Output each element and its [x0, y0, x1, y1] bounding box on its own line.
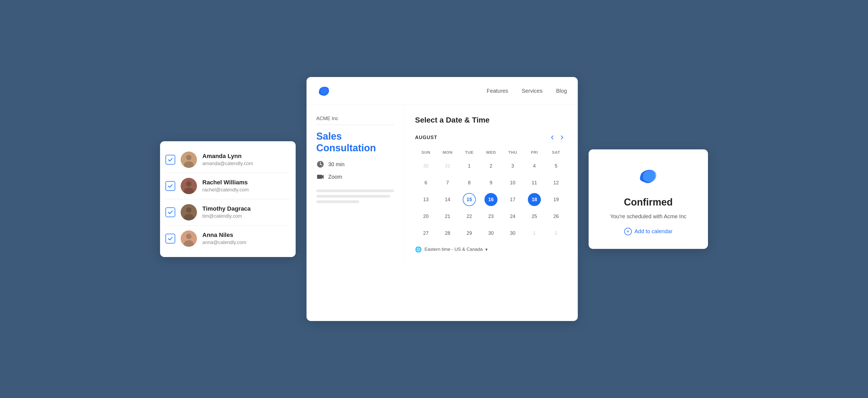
contact-email-2: rachel@calendly.com — [203, 187, 249, 193]
prev-month-button[interactable] — [547, 133, 557, 142]
confirmed-title: Confirmed — [624, 197, 673, 208]
add-to-calendar-button[interactable]: + Add to calendar — [624, 228, 673, 235]
cal-day-2-5[interactable]: 18 — [528, 193, 541, 206]
confirmed-panel: Confirmed You're scheduled with Acme Inc… — [589, 150, 708, 249]
nav-blog[interactable]: Blog — [556, 88, 567, 94]
cal-day-2-1[interactable]: 14 — [441, 193, 454, 206]
event-meta: 30 min Zoom — [316, 160, 394, 181]
contact-name-3: Timothy Dagraca — [203, 205, 251, 212]
cal-day-3-4[interactable]: 24 — [506, 210, 519, 223]
header-sun: SUN — [415, 148, 437, 157]
cal-day-0-2[interactable]: 1 — [463, 159, 476, 172]
timezone-selector[interactable]: 🌐 Eastern time - US & Canada ▾ — [415, 246, 567, 253]
cal-day-4-5: 1 — [528, 227, 541, 240]
scene: Amanda Lynn amanda@calendly.com Rachel W… — [54, 77, 814, 321]
svg-marker-19 — [322, 175, 324, 179]
timezone-label: Eastern time - US & Canada — [425, 247, 483, 252]
main-body: ACME Inc Sales Consultation — [307, 105, 578, 261]
platform-meta: Zoom — [316, 173, 394, 181]
cal-day-4-2[interactable]: 29 — [463, 227, 476, 240]
duration-meta: 30 min — [316, 160, 394, 168]
cal-day-0-1: 31 — [441, 159, 454, 172]
cal-day-4-0[interactable]: 27 — [420, 227, 432, 240]
cal-day-0-5[interactable]: 4 — [528, 159, 541, 172]
cal-day-2-6[interactable]: 19 — [550, 193, 563, 206]
contact-info-1: Amanda Lynn amanda@calendly.com — [203, 153, 253, 166]
cal-day-3-6[interactable]: 26 — [550, 210, 563, 223]
svg-point-4 — [186, 181, 191, 187]
header-fri: FRI — [524, 148, 545, 157]
cal-day-1-6[interactable]: 12 — [550, 176, 563, 189]
svg-rect-18 — [317, 175, 322, 179]
timezone-dropdown-icon: ▾ — [485, 247, 488, 253]
cal-day-2-2[interactable]: 15 — [463, 193, 476, 206]
cal-day-4-1[interactable]: 28 — [441, 227, 454, 240]
cal-day-0-3[interactable]: 2 — [485, 159, 497, 172]
duration-label: 30 min — [328, 161, 344, 168]
event-info-section: ACME Inc Sales Consultation — [307, 105, 404, 261]
cal-day-1-0[interactable]: 6 — [420, 176, 432, 189]
add-circle-icon: + — [624, 228, 632, 235]
nav-links: Features Services Blog — [487, 88, 567, 94]
desc-line-3 — [316, 200, 359, 203]
calendar-day-headers: SUN MON TUE WED THU FRI SAT — [415, 148, 567, 157]
cal-day-0-6[interactable]: 5 — [550, 159, 563, 172]
main-header: Features Services Blog — [307, 77, 578, 105]
event-title: Sales Consultation — [316, 130, 394, 154]
cal-day-2-4[interactable]: 17 — [506, 193, 519, 206]
cal-day-4-3[interactable]: 30 — [485, 227, 497, 240]
calendar-week-1: 303112345 — [415, 158, 567, 173]
contact-list-panel: Amanda Lynn amanda@calendly.com Rachel W… — [160, 141, 296, 257]
header-wed: WED — [480, 148, 502, 157]
calendar-week-4: 20212223242526 — [415, 209, 567, 224]
cal-day-4-4[interactable]: 30 — [506, 227, 519, 240]
contact-checkbox-3[interactable] — [165, 207, 175, 217]
cal-day-1-1[interactable]: 7 — [441, 176, 454, 189]
add-to-calendar-label: Add to calendar — [634, 228, 673, 234]
cal-day-1-5[interactable]: 11 — [528, 176, 541, 189]
desc-line-1 — [316, 190, 394, 192]
cal-day-3-5[interactable]: 25 — [528, 210, 541, 223]
nav-features[interactable]: Features — [487, 88, 508, 94]
contact-info-4: Anna Niles anna@calendly.com — [203, 232, 246, 245]
contact-checkbox-1[interactable] — [165, 155, 175, 165]
description-placeholder — [316, 190, 394, 203]
cal-day-2-0[interactable]: 13 — [420, 193, 432, 206]
svg-point-7 — [186, 207, 191, 213]
contact-checkbox-2[interactable] — [165, 181, 175, 191]
cal-day-1-4[interactable]: 10 — [506, 176, 519, 189]
cal-day-2-3[interactable]: 16 — [485, 193, 497, 206]
contact-email-3: tim@calendly.com — [203, 213, 251, 219]
contact-name-4: Anna Niles — [203, 232, 246, 239]
cal-day-3-0[interactable]: 20 — [420, 210, 432, 223]
contact-checkbox-4[interactable] — [165, 234, 175, 243]
zoom-icon — [316, 173, 324, 181]
cal-day-4-6: 2 — [550, 227, 563, 240]
confirmed-logo — [636, 163, 660, 189]
divider — [316, 125, 394, 125]
company-name: ACME Inc — [316, 116, 394, 122]
clock-icon — [316, 160, 324, 168]
cal-day-3-1[interactable]: 21 — [441, 210, 454, 223]
contact-item: Amanda Lynn amanda@calendly.com — [165, 147, 290, 173]
svg-point-10 — [186, 234, 191, 239]
cal-day-0-4[interactable]: 3 — [506, 159, 519, 172]
cal-day-1-3[interactable]: 9 — [485, 176, 497, 189]
contact-info-3: Timothy Dagraca tim@calendly.com — [203, 205, 251, 219]
cal-day-1-2[interactable]: 8 — [463, 176, 476, 189]
contact-name-1: Amanda Lynn — [203, 153, 253, 160]
contact-email-1: amanda@calendly.com — [203, 161, 253, 166]
contact-avatar-1 — [181, 152, 197, 168]
cal-day-0-0: 30 — [420, 159, 432, 172]
svg-point-1 — [186, 155, 191, 160]
calendar-grid: SUN MON TUE WED THU FRI SAT 303112345678… — [415, 148, 567, 241]
calendly-logo — [317, 84, 331, 98]
nav-services[interactable]: Services — [522, 88, 542, 94]
contact-email-4: anna@calendly.com — [203, 240, 246, 245]
confirmed-subtitle: You're scheduled with Acme Inc — [610, 213, 686, 220]
contact-avatar-4 — [181, 230, 197, 247]
cal-day-3-3[interactable]: 23 — [485, 210, 497, 223]
calendar-week-5: 272829303012 — [415, 226, 567, 241]
next-month-button[interactable] — [557, 133, 567, 142]
cal-day-3-2[interactable]: 22 — [463, 210, 476, 223]
